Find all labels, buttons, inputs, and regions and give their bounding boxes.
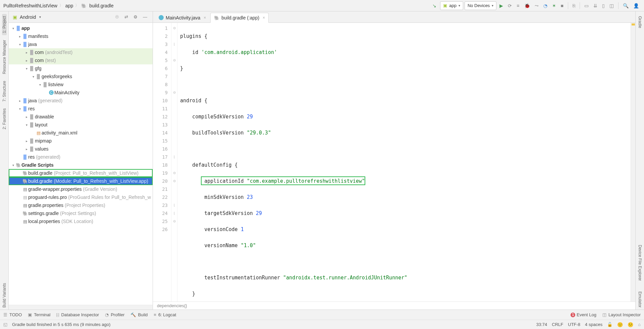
file-encoding[interactable]: UTF-8 bbox=[568, 322, 580, 327]
tool-emulator[interactable]: Emulator bbox=[638, 289, 642, 310]
tab-build-gradle[interactable]: 🐘 build.gradle (:app) × bbox=[210, 13, 269, 23]
breadcrumb-module[interactable]: app bbox=[65, 3, 73, 8]
editor-body[interactable]: 1234567891011121314151617181920212223242… bbox=[153, 23, 635, 301]
git-button[interactable]: ⎘ bbox=[571, 2, 577, 9]
apply-changes-button[interactable]: ⟳ bbox=[506, 2, 514, 9]
tool-build[interactable]: 🔨Build bbox=[130, 312, 148, 317]
settings-gear-icon[interactable]: ⚙ bbox=[132, 14, 139, 20]
breadcrumb-project[interactable]: PulltoRefreshwithListView bbox=[3, 3, 57, 8]
line-separator[interactable]: CRLF bbox=[552, 322, 563, 327]
project-view-mode[interactable]: Android bbox=[20, 14, 36, 20]
tree-node-build-gradle-module[interactable]: 🐘build.gradle(Module: Pull_to_Refresh_wi… bbox=[9, 177, 153, 185]
tree-node-gfg[interactable]: ▉gfg bbox=[9, 64, 153, 72]
tree-node-build-gradle-project[interactable]: 🐘build.gradle(Project: Pull_to_Refresh_w… bbox=[9, 169, 153, 177]
horizontal-scrollbar[interactable] bbox=[9, 305, 153, 310]
feedback-sad-icon[interactable]: 😕 bbox=[628, 322, 633, 327]
tool-project[interactable]: 1: Project bbox=[2, 14, 7, 35]
tree-node-res-generated[interactable]: ▉res(generated) bbox=[9, 153, 153, 161]
gradle-icon: 🐘 bbox=[15, 163, 21, 168]
tree-node-java[interactable]: ▉java bbox=[9, 40, 153, 48]
tree-node-mainactivity[interactable]: CMainActivity bbox=[9, 89, 153, 97]
feedback-happy-icon[interactable]: 🙂 bbox=[617, 322, 623, 327]
avd-manager-button[interactable]: ▭ bbox=[583, 2, 590, 9]
tool-event-log[interactable]: 1Event Log bbox=[571, 312, 596, 317]
tree-node-settings-gradle[interactable]: 🐘settings.gradle(Project Settings) bbox=[9, 209, 153, 217]
sync-gradle-button[interactable]: ↘︎ bbox=[430, 2, 439, 9]
tree-node-com-test[interactable]: ▉com(test) bbox=[9, 56, 153, 64]
tool-database-inspector[interactable]: ⌸Database Inspector bbox=[56, 312, 99, 317]
indent-settings[interactable]: 4 spaces bbox=[585, 322, 602, 327]
project-tree[interactable]: ▉app ▉manifests ▉java ▉com(androidTest) … bbox=[9, 23, 153, 305]
tree-node-manifests[interactable]: ▉manifests bbox=[9, 32, 153, 40]
tool-todo[interactable]: ☰TODO bbox=[3, 312, 22, 317]
xml-file-icon: ▤ bbox=[36, 130, 42, 135]
toolbar: ↘︎ ▣ app ▾ No Devices ▾ ▶ ⟳ ≡ 🐞 ⤳ ◔ ✶ ■ … bbox=[430, 1, 641, 10]
tool-structure[interactable]: 7: Structure bbox=[2, 79, 7, 104]
tree-node-values[interactable]: ▉values bbox=[9, 145, 153, 153]
tool-profiler[interactable]: ◔Profiler bbox=[105, 312, 124, 317]
chevron-right-icon: 〉 bbox=[75, 3, 79, 8]
tree-node-mipmap[interactable]: ▉mipmap bbox=[9, 137, 153, 145]
gradle-icon: 🐘 bbox=[22, 211, 28, 216]
hide-panel-button[interactable]: — bbox=[142, 14, 149, 20]
tree-node-listview[interactable]: ▉listview bbox=[9, 80, 153, 89]
tool-layout-inspector[interactable]: ◫Layout Inspector bbox=[602, 312, 641, 317]
breadcrumb[interactable]: PulltoRefreshwithListView 〉 app 〉 build.… bbox=[3, 3, 114, 8]
apply-code-button[interactable]: ≡ bbox=[515, 2, 521, 9]
debug-button[interactable]: 🐞 bbox=[523, 2, 532, 9]
tool-gradle[interactable]: Gradle bbox=[638, 14, 642, 30]
tool-logcat[interactable]: ≡6: Logcat bbox=[154, 312, 176, 317]
sdk-manager-button[interactable]: ⇊ bbox=[592, 2, 599, 9]
editor-marker-bar[interactable] bbox=[631, 23, 635, 301]
cursor-position[interactable]: 33:74 bbox=[536, 322, 547, 327]
editor-breadcrumb[interactable]: dependencies{} bbox=[153, 301, 635, 310]
layout-inspector-button[interactable]: ◫ bbox=[608, 2, 615, 9]
user-icon[interactable]: 👤 bbox=[632, 2, 641, 9]
fold-gutter[interactable]: ⊖⌊⊖⊖⌊⊖⊖⌊⌊⊖ bbox=[171, 23, 177, 301]
chevron-down-icon: ▾ bbox=[459, 4, 460, 7]
tree-node-layout[interactable]: ▉layout bbox=[9, 121, 153, 129]
class-icon bbox=[159, 15, 164, 20]
warning-marker[interactable] bbox=[632, 23, 635, 25]
run-button[interactable]: ▶ bbox=[498, 2, 505, 9]
tree-node-gradle-wrapper[interactable]: ▤gradle-wrapper.properties(Gradle Versio… bbox=[9, 185, 153, 193]
profile-button[interactable]: ◔ bbox=[542, 2, 549, 9]
tool-build-variants[interactable]: Build Variants bbox=[2, 281, 7, 310]
attach-debugger-button[interactable]: ✶ bbox=[550, 2, 558, 9]
tool-device-file-explorer[interactable]: Device File Explorer bbox=[638, 243, 642, 283]
tool-terminal[interactable]: ▣Terminal bbox=[28, 312, 50, 317]
stop-button[interactable]: ■ bbox=[559, 2, 565, 9]
tree-node-gradle-properties[interactable]: ▤gradle.properties(Project Properties) bbox=[9, 201, 153, 209]
hide-tool-windows-icon[interactable]: ◱ bbox=[3, 322, 7, 327]
device-manager-button[interactable]: ▯ bbox=[600, 2, 606, 9]
memory-indicator-icon[interactable]: ⌂ bbox=[638, 322, 641, 327]
tree-node-gradle-scripts[interactable]: 🐘Gradle Scripts bbox=[9, 161, 153, 169]
run-config-select[interactable]: ▣ app ▾ bbox=[440, 1, 463, 10]
tab-mainactivity[interactable]: MainActivity.java × bbox=[155, 12, 210, 22]
search-everywhere-button[interactable]: 🔍 bbox=[621, 2, 630, 9]
select-opened-file-button[interactable]: ☉ bbox=[114, 14, 120, 20]
breadcrumb-file[interactable]: build.gradle bbox=[89, 3, 113, 8]
code-editor[interactable]: plugins { id 'com.android.application' }… bbox=[177, 23, 631, 301]
tree-node-app[interactable]: ▉app bbox=[9, 24, 153, 32]
readonly-lock-icon[interactable]: 🔓 bbox=[607, 322, 612, 327]
editor-tabs: MainActivity.java × 🐘 build.gradle (:app… bbox=[153, 11, 635, 23]
editor: MainActivity.java × 🐘 build.gradle (:app… bbox=[153, 11, 635, 310]
device-select[interactable]: No Devices ▾ bbox=[465, 1, 496, 10]
tree-node-java-generated[interactable]: ▉java(generated) bbox=[9, 97, 153, 105]
tree-node-com-androidtest[interactable]: ▉com(androidTest) bbox=[9, 48, 153, 56]
expand-all-button[interactable]: ⇄ bbox=[123, 14, 129, 20]
tool-resource-manager[interactable]: Resource Manager bbox=[2, 38, 7, 76]
tree-node-local-properties[interactable]: ▤local.properties(SDK Location) bbox=[9, 217, 153, 225]
line-number-gutter[interactable]: 1234567891011121314151617181920212223242… bbox=[153, 23, 171, 301]
tree-node-proguard[interactable]: ▤proguard-rules.pro(ProGuard Rules for P… bbox=[9, 193, 153, 201]
tree-node-drawable[interactable]: ▉drawable bbox=[9, 113, 153, 121]
tool-favorites[interactable]: 2: Favorites bbox=[2, 106, 7, 131]
coverage-button[interactable]: ⤳ bbox=[533, 2, 540, 9]
tree-node-res[interactable]: ▉res bbox=[9, 105, 153, 113]
chevron-down-icon[interactable]: ▾ bbox=[39, 15, 41, 19]
close-icon[interactable]: × bbox=[204, 15, 206, 20]
tree-node-geeksforgeeks[interactable]: ▉geeksforgeeks bbox=[9, 72, 153, 80]
tree-node-activity-main[interactable]: ▤activity_main.xml bbox=[9, 129, 153, 137]
close-icon[interactable]: × bbox=[263, 15, 265, 20]
